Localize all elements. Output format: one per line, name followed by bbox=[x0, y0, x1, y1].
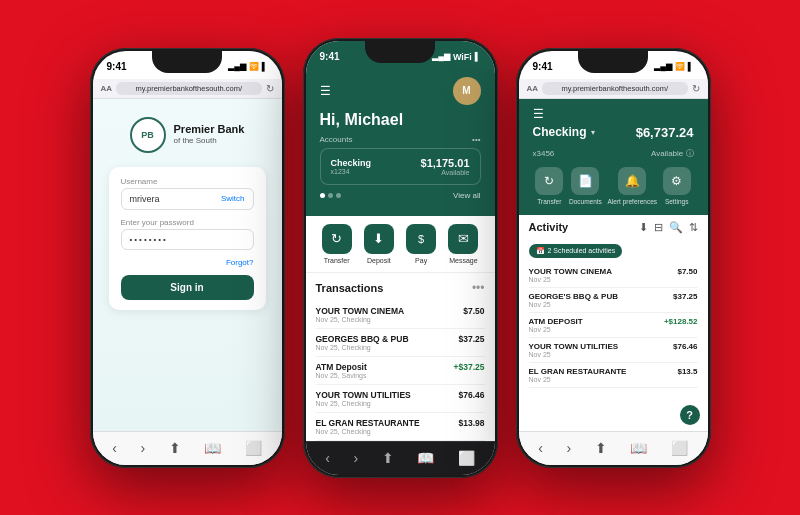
password-input[interactable]: •••••••• bbox=[121, 229, 254, 250]
dot-2 bbox=[328, 193, 333, 198]
alert-icon: 🔔 bbox=[618, 167, 646, 195]
trans-amount-4: $13.98 bbox=[459, 418, 485, 428]
transaction-1[interactable]: GEORGES BBQ & PUB Nov 25, Checking $37.2… bbox=[316, 329, 485, 357]
switch-link[interactable]: Switch bbox=[221, 194, 245, 203]
checking-balance: $6,737.24 bbox=[636, 125, 694, 140]
view-all-link[interactable]: View all bbox=[453, 191, 480, 200]
forward-button[interactable]: › bbox=[140, 440, 145, 456]
activity-date-3: Nov 25 bbox=[529, 351, 619, 358]
dropdown-icon[interactable]: ▾ bbox=[591, 128, 595, 137]
pay-action[interactable]: $ Pay bbox=[406, 224, 436, 264]
password-value: •••••••• bbox=[130, 235, 168, 244]
trans-meta-4: Nov 25, Checking bbox=[316, 428, 420, 435]
wifi-icon: WiFi bbox=[453, 52, 472, 62]
pay-label: Pay bbox=[415, 257, 427, 264]
bookmarks-button[interactable]: 📖 bbox=[630, 440, 647, 456]
checking-subtitle-row: x3456 Available ⓘ bbox=[533, 148, 694, 159]
reload-icon[interactable]: ↻ bbox=[266, 83, 274, 94]
share-button[interactable]: ⬆ bbox=[169, 440, 181, 456]
activity-0[interactable]: YOUR TOWN CINEMA Nov 25 $7.50 bbox=[529, 263, 698, 288]
trans-amount-1: $37.25 bbox=[459, 334, 485, 344]
activity-date-2: Nov 25 bbox=[529, 326, 583, 333]
activity-name-3: YOUR TOWN UTILITIES bbox=[529, 342, 619, 351]
documents-action[interactable]: 📄 Documents bbox=[569, 167, 602, 205]
transaction-2[interactable]: ATM Deposit Nov 25, Savings +$37.25 bbox=[316, 357, 485, 385]
reload-icon[interactable]: ↻ bbox=[692, 83, 700, 94]
activity-2[interactable]: ATM DEPOSIT Nov 25 +$128.52 bbox=[529, 313, 698, 338]
checking-title: Checking bbox=[533, 125, 587, 139]
tabs-button[interactable]: ⬜ bbox=[671, 440, 688, 456]
activity-3[interactable]: YOUR TOWN UTILITIES Nov 25 $76.46 bbox=[529, 338, 698, 363]
deposit-action[interactable]: ⬇ Deposit bbox=[364, 224, 394, 264]
deposit-icon: ⬇ bbox=[364, 224, 394, 254]
trans-meta-3: Nov 25, Checking bbox=[316, 400, 411, 407]
bookmarks-button[interactable]: 📖 bbox=[204, 440, 221, 456]
transaction-0[interactable]: YOUR TOWN CINEMA Nov 25, Checking $7.50 bbox=[316, 301, 485, 329]
transactions-more-icon[interactable]: ••• bbox=[472, 281, 485, 295]
alerts-label: Alert preferences bbox=[608, 198, 658, 205]
dashboard-header: ☰ M Hi, Michael Accounts ••• Checking x1… bbox=[306, 69, 495, 216]
more-icon[interactable]: ••• bbox=[472, 135, 480, 144]
checking-account-number: x3456 bbox=[533, 149, 555, 158]
checking-top: ☰ bbox=[533, 107, 694, 121]
forgot-link[interactable]: Forgot? bbox=[121, 258, 254, 267]
username-field: Username mrivera Switch bbox=[121, 177, 254, 210]
documents-label: Documents bbox=[569, 198, 602, 205]
bank-tagline: of the South bbox=[174, 136, 245, 146]
activity-1[interactable]: GEORGE'S BBQ & PUB Nov 25 $37.25 bbox=[529, 288, 698, 313]
browser-bar: AA my.premierbankofthesouth.com/ ↻ bbox=[519, 79, 708, 99]
back-button[interactable]: ‹ bbox=[325, 450, 330, 466]
wifi-icon: 🛜 bbox=[249, 62, 259, 71]
signal-icon: ▂▄▆ bbox=[432, 52, 450, 61]
account-card[interactable]: Checking x1234 $1,175.01 Available bbox=[320, 148, 481, 185]
sort-icon[interactable]: ⇅ bbox=[689, 221, 698, 234]
battery-icon: ▌ bbox=[688, 62, 694, 71]
share-button[interactable]: ⬆ bbox=[595, 440, 607, 456]
notch bbox=[152, 51, 222, 73]
dot-3 bbox=[336, 193, 341, 198]
trans-name-0: YOUR TOWN CINEMA bbox=[316, 306, 405, 316]
browser-url[interactable]: my.premierbankofthesouth.com/ bbox=[542, 82, 687, 95]
phones-container: 9:41 ▂▄▆ 🛜 ▌ AA my.premierbankofthesouth… bbox=[70, 18, 731, 498]
sign-in-button[interactable]: Sign in bbox=[121, 275, 254, 300]
login-form: Username mrivera Switch Enter your passw… bbox=[109, 167, 266, 310]
browser-aa: AA bbox=[101, 84, 113, 93]
username-input[interactable]: mrivera Switch bbox=[121, 188, 254, 210]
bookmarks-button[interactable]: 📖 bbox=[417, 450, 434, 466]
browser-url[interactable]: my.premierbankofthesouth.com/ bbox=[116, 82, 261, 95]
tabs-button[interactable]: ⬜ bbox=[458, 450, 475, 466]
alerts-action[interactable]: 🔔 Alert preferences bbox=[608, 167, 658, 205]
account-balance: $1,175.01 bbox=[421, 157, 470, 169]
download-icon[interactable]: ⬇ bbox=[639, 221, 648, 234]
forward-button[interactable]: › bbox=[566, 440, 571, 456]
logo-circle: PB bbox=[130, 117, 166, 153]
back-button[interactable]: ‹ bbox=[112, 440, 117, 456]
hamburger-icon[interactable]: ☰ bbox=[320, 84, 331, 98]
account-name: Checking bbox=[331, 158, 372, 168]
status-icons: ▂▄▆ WiFi ▌ bbox=[432, 52, 480, 62]
user-avatar[interactable]: M bbox=[453, 77, 481, 105]
search-icon[interactable]: 🔍 bbox=[669, 221, 683, 234]
activity-4[interactable]: EL GRAN RESTAURANTE Nov 25 $13.5 bbox=[529, 363, 698, 388]
phone-login: 9:41 ▂▄▆ 🛜 ▌ AA my.premierbankofthesouth… bbox=[90, 48, 285, 468]
forward-button[interactable]: › bbox=[353, 450, 358, 466]
share-button[interactable]: ⬆ bbox=[382, 450, 394, 466]
hamburger-icon[interactable]: ☰ bbox=[533, 107, 544, 121]
tabs-button[interactable]: ⬜ bbox=[245, 440, 262, 456]
settings-action[interactable]: ⚙ Settings bbox=[663, 167, 691, 205]
transfer-action[interactable]: ↻ Transfer bbox=[322, 224, 352, 264]
filter-icon[interactable]: ⊟ bbox=[654, 221, 663, 234]
scheduled-activities-badge[interactable]: 📅 2 Scheduled activities bbox=[529, 244, 623, 258]
help-button[interactable]: ? bbox=[680, 405, 700, 425]
back-button[interactable]: ‹ bbox=[538, 440, 543, 456]
accounts-label: Accounts ••• bbox=[320, 135, 481, 144]
message-action[interactable]: ✉ Message bbox=[448, 224, 478, 264]
pay-icon: $ bbox=[406, 224, 436, 254]
trans-name-1: GEORGES BBQ & PUB bbox=[316, 334, 409, 344]
checking-actions: ↻ Transfer 📄 Documents 🔔 Alert preferenc… bbox=[533, 167, 694, 205]
bottom-nav: ‹ › ⬆ 📖 ⬜ bbox=[93, 431, 282, 465]
transaction-4[interactable]: EL GRAN RESTAURANTE Nov 25, Checking $13… bbox=[316, 413, 485, 441]
transaction-3[interactable]: YOUR TOWN UTILITIES Nov 25, Checking $76… bbox=[316, 385, 485, 413]
transfer-action[interactable]: ↻ Transfer bbox=[535, 167, 563, 205]
status-icons: ▂▄▆ 🛜 ▌ bbox=[228, 62, 267, 71]
